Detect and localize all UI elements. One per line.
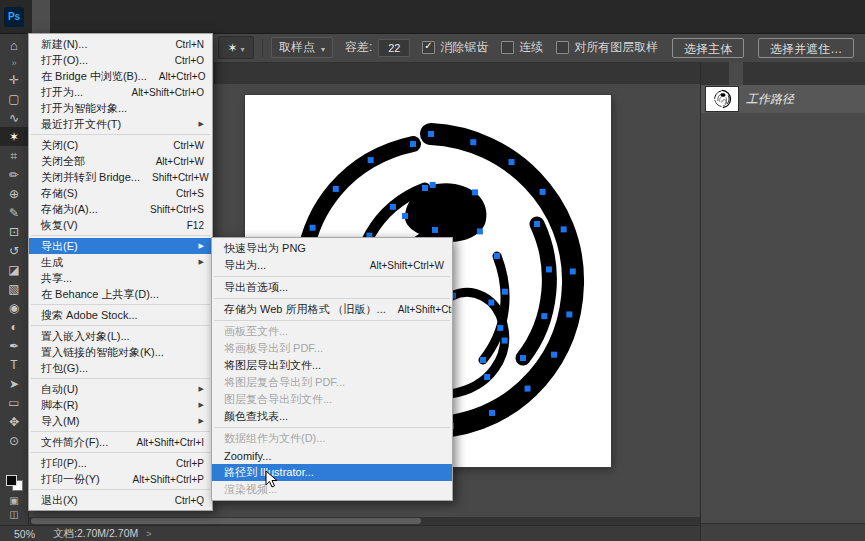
tab-paths[interactable] bbox=[729, 62, 743, 85]
menu-item-package[interactable]: 打包(G)... bbox=[29, 360, 212, 376]
color-swatches[interactable] bbox=[4, 474, 24, 492]
menu-item-close[interactable]: 关闭(C) Ctrl+W bbox=[29, 137, 212, 153]
menu-item-scripts[interactable]: 脚本(R) bbox=[29, 397, 212, 413]
menu-layer[interactable] bbox=[86, 0, 104, 33]
menu-view[interactable] bbox=[176, 0, 194, 33]
scrollbar-thumb[interactable] bbox=[31, 518, 421, 524]
tab-layers[interactable] bbox=[701, 62, 715, 85]
tab-channels[interactable] bbox=[715, 62, 729, 85]
spot-healing-brush-tool[interactable]: ⊕ bbox=[0, 184, 28, 203]
lasso-tool[interactable]: ∿ bbox=[0, 108, 28, 127]
submenu-arrow-icon bbox=[194, 258, 204, 266]
home-icon[interactable]: ⌂ bbox=[0, 33, 28, 57]
menu-item-close-all[interactable]: 关闭全部 Alt+Ctrl+W bbox=[29, 153, 212, 169]
sample-size-dropdown[interactable]: 取样点 bbox=[271, 37, 333, 58]
brush-tool[interactable]: ✎ bbox=[0, 203, 28, 222]
submenu-item-data-sets-as-files[interactable]: 数据组作为文件(D)... bbox=[212, 430, 452, 447]
sample-all-layers-checkbox[interactable]: 对所有图层取样 bbox=[556, 39, 658, 56]
menu-item-save-as[interactable]: 存储为(A)... Shift+Ctrl+S bbox=[29, 201, 212, 217]
menu-item-import[interactable]: 导入(M) bbox=[29, 413, 212, 429]
menu-item-generate[interactable]: 生成 bbox=[29, 254, 212, 270]
submenu-item-zoomify[interactable]: Zoomify... bbox=[212, 447, 452, 464]
submenu-item-layer-comps-to-pdf[interactable]: 将图层复合导出到 PDF... bbox=[212, 374, 452, 391]
rectangular-marquee-tool[interactable]: ▢ bbox=[0, 89, 28, 108]
path-selection-tool[interactable]: ➤ bbox=[0, 374, 28, 393]
submenu-item-artboards-to-pdf[interactable]: 将画板导出到 PDF... bbox=[212, 340, 452, 357]
submenu-item-layer-comps-to-files[interactable]: 图层复合导出到文件... bbox=[212, 391, 452, 408]
hand-tool[interactable]: ✥ bbox=[0, 412, 28, 431]
submenu-item-quick-export-png[interactable]: 快速导出为 PNG bbox=[212, 240, 452, 257]
menu-image[interactable] bbox=[68, 0, 86, 33]
menu-item-export[interactable]: 导出(E) bbox=[29, 238, 212, 254]
menu-item-open-recent[interactable]: 最近打开文件(T) bbox=[29, 116, 212, 132]
gradient-tool[interactable]: ▧ bbox=[0, 279, 28, 298]
submenu-item-export-as[interactable]: 导出为... Alt+Shift+Ctrl+W bbox=[212, 257, 452, 274]
tab-properties[interactable] bbox=[757, 62, 764, 85]
tolerance-input[interactable]: 22 bbox=[378, 39, 410, 57]
clone-stamp-tool[interactable]: ⊡ bbox=[0, 222, 28, 241]
menu-window[interactable] bbox=[194, 0, 212, 33]
menu-item-place-embedded[interactable]: 置入嵌入对象(L)... bbox=[29, 328, 212, 344]
menu-help[interactable] bbox=[212, 0, 230, 33]
magic-wand-tool[interactable]: ✶ bbox=[0, 127, 28, 146]
menu-filter[interactable] bbox=[140, 0, 158, 33]
menu-3d[interactable] bbox=[158, 0, 176, 33]
menu-item-print[interactable]: 打印(P)... Ctrl+P bbox=[29, 455, 212, 471]
chevron-right-icon[interactable]: > bbox=[146, 529, 151, 539]
submenu-item-export-preferences[interactable]: 导出首选项... bbox=[212, 279, 452, 296]
menu-item-open-as[interactable]: 打开为... Alt+Shift+Ctrl+O bbox=[29, 84, 212, 100]
select-and-mask-button[interactable]: 选择并遮住… bbox=[758, 38, 854, 58]
submenu-item-color-lookup-tables[interactable]: 颜色查找表... bbox=[212, 408, 452, 425]
menu-select[interactable] bbox=[122, 0, 140, 33]
zoom-tool[interactable]: ⊙ bbox=[0, 431, 28, 450]
pen-tool[interactable]: ✒ bbox=[0, 336, 28, 355]
menu-item-place-linked[interactable]: 置入链接的智能对象(K)... bbox=[29, 344, 212, 360]
menu-item-revert[interactable]: 恢复(V) F12 bbox=[29, 217, 212, 233]
work-path-row[interactable]: 工作路径 bbox=[701, 85, 865, 113]
menu-item-open[interactable]: 打开(O)... Ctrl+O bbox=[29, 52, 212, 68]
menu-type[interactable] bbox=[104, 0, 122, 33]
dodge-tool-icon: ◐ bbox=[10, 320, 17, 334]
menu-item-share[interactable]: 共享... bbox=[29, 270, 212, 286]
zoom-level[interactable]: 50% bbox=[14, 528, 35, 540]
tab-history[interactable] bbox=[743, 62, 757, 85]
submenu-item-layers-to-files[interactable]: 将图层导出到文件... bbox=[212, 357, 452, 374]
contiguous-checkbox[interactable]: 连续 bbox=[501, 39, 543, 56]
menu-item-file-info[interactable]: 文件简介(F)... Alt+Shift+Ctrl+I bbox=[29, 434, 212, 450]
foreground-color-swatch[interactable] bbox=[6, 475, 17, 486]
menu-item-save[interactable]: 存储(S) Ctrl+S bbox=[29, 185, 212, 201]
menu-item-search-adobe-stock[interactable]: 搜索 Adobe Stock... bbox=[29, 307, 212, 323]
tool-preset-dropdown[interactable]: ✶ bbox=[218, 36, 254, 59]
shape-tool[interactable]: ▭ bbox=[0, 393, 28, 412]
menu-item-new[interactable]: 新建(N)... Ctrl+N bbox=[29, 36, 212, 52]
screen-mode-icon[interactable]: ◫ bbox=[9, 508, 18, 522]
dodge-tool[interactable]: ◐ bbox=[0, 317, 28, 336]
menu-edit[interactable] bbox=[50, 0, 68, 33]
select-subject-button[interactable]: 选择主体 bbox=[672, 38, 744, 58]
menu-item-share-on-behance[interactable]: 在 Behance 上共享(D)... bbox=[29, 286, 212, 302]
menu-item-print-one-copy[interactable]: 打印一份(Y) Alt+Shift+Ctrl+P bbox=[29, 471, 212, 487]
horizontal-scrollbar[interactable] bbox=[28, 517, 700, 525]
submenu-item-save-for-web[interactable]: 存储为 Web 所用格式 （旧版）... Alt+Shift+Ctrl+S bbox=[212, 301, 452, 318]
menu-item-browse-in-bridge[interactable]: 在 Bridge 中浏览(B)... Alt+Ctrl+O bbox=[29, 68, 212, 84]
menu-item-exit[interactable]: 退出(X) Ctrl+Q bbox=[29, 492, 212, 508]
zoom-tool-icon: ⊙ bbox=[9, 434, 19, 448]
eyedropper-tool[interactable]: ✏ bbox=[0, 165, 28, 184]
menu-item-open-as-smart-object[interactable]: 打开为智能对象... bbox=[29, 100, 212, 116]
antialias-checkbox[interactable]: 消除锯齿 bbox=[422, 39, 488, 56]
menu-file[interactable] bbox=[32, 0, 50, 33]
history-brush-tool[interactable]: ↺ bbox=[0, 241, 28, 260]
quick-mask-icon[interactable]: ▣ bbox=[9, 494, 18, 508]
submenu-item-paths-to-illustrator[interactable]: 路径到 Illustrator... bbox=[212, 464, 452, 481]
move-tool[interactable]: ✛ bbox=[0, 70, 28, 89]
eraser-tool[interactable]: ◪ bbox=[0, 260, 28, 279]
submenu-item-render-video[interactable]: 渲染视频... bbox=[212, 481, 452, 498]
submenu-item-artboards-to-files[interactable]: 画板至文件... bbox=[212, 323, 452, 340]
collapse-toolbar-icon[interactable]: » bbox=[11, 57, 16, 70]
file-menu: 新建(N)... Ctrl+N 打开(O)... Ctrl+O 在 Bridge… bbox=[28, 33, 213, 511]
menu-item-automate[interactable]: 自动(U) bbox=[29, 381, 212, 397]
type-tool[interactable]: T bbox=[0, 355, 28, 374]
blur-tool[interactable]: ◉ bbox=[0, 298, 28, 317]
menu-item-close-and-go-to-bridge[interactable]: 关闭并转到 Bridge... Shift+Ctrl+W bbox=[29, 169, 212, 185]
crop-tool[interactable]: ⌗ bbox=[0, 146, 28, 165]
